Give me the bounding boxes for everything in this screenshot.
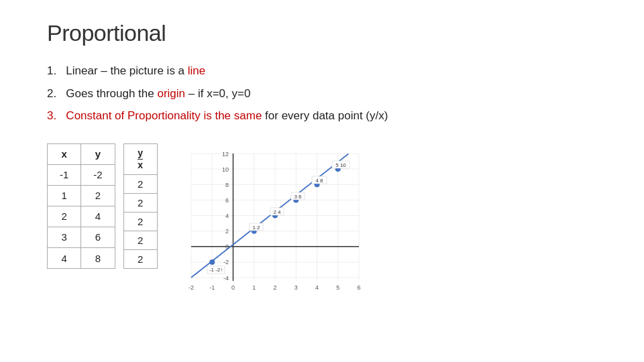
- data-label: 3 6: [294, 193, 302, 199]
- ratio-header: y x: [123, 143, 157, 175]
- table-row: -1: [48, 164, 81, 185]
- point-3-number: 3.: [47, 109, 63, 122]
- point-1-highlight: line: [188, 64, 205, 77]
- data-label: 5 10: [335, 162, 346, 168]
- point-3-highlight: same: [234, 109, 262, 122]
- chart-area: -2 -1 0 1 2 3 4 5 6 12 10 8 6 4 2 0 -2 -…: [178, 143, 610, 294]
- page-title: Proportional: [47, 20, 610, 46]
- xy-table: x y -1 -2 1 2 2 4 3 6: [47, 143, 115, 269]
- table-row: 4: [48, 247, 81, 268]
- table-row: 4: [81, 206, 115, 227]
- point-2-number: 2.: [47, 87, 63, 100]
- col-y-header: y: [81, 143, 115, 164]
- svg-text:8: 8: [225, 181, 229, 188]
- data-label: 1 2: [252, 224, 260, 230]
- col-x-header: x: [48, 143, 81, 164]
- data-label: -1 -2↑: [209, 267, 222, 273]
- table-row: -2: [81, 164, 115, 185]
- point-2-suffix: – if x=0, y=0: [185, 87, 250, 100]
- point-3-prefix: Constant of Proportionality is the: [66, 109, 233, 122]
- svg-text:-2: -2: [223, 259, 229, 265]
- point-2-prefix: Goes through the: [66, 87, 157, 100]
- table-row: 2: [123, 194, 157, 213]
- table-row: 2: [123, 250, 157, 269]
- table-row: 2: [48, 206, 81, 227]
- table-row: 2: [123, 175, 157, 194]
- data-label: 2 4: [273, 208, 281, 215]
- svg-text:0: 0: [231, 284, 235, 291]
- scatter-chart: -2 -1 0 1 2 3 4 5 6 12 10 8 6 4 2 0 -2 -…: [178, 143, 372, 291]
- points-list: 1. Linear – the picture is a line 2. Goe…: [47, 62, 610, 125]
- point-2-highlight: origin: [157, 87, 185, 100]
- svg-text:4: 4: [315, 284, 319, 291]
- table-row: 2: [81, 185, 115, 206]
- point-2: 2. Goes through the origin – if x=0, y=0: [47, 85, 610, 103]
- svg-text:-2: -2: [189, 284, 194, 291]
- svg-text:6: 6: [357, 284, 360, 291]
- fraction-denominator: x: [138, 160, 143, 171]
- table-row: 1: [48, 185, 81, 206]
- svg-text:4: 4: [225, 213, 229, 219]
- point-3-suffix: for every data point (y/x): [262, 109, 388, 122]
- svg-text:6: 6: [225, 196, 229, 203]
- bottom-section: x y -1 -2 1 2 2 4 3 6: [47, 143, 610, 294]
- table-row: 2: [123, 231, 157, 250]
- svg-text:-1: -1: [209, 284, 215, 291]
- fraction-numerator: y: [138, 147, 143, 160]
- point-1-number: 1.: [47, 64, 63, 77]
- table-row: 2: [123, 213, 157, 231]
- svg-text:3: 3: [294, 284, 297, 291]
- table-row: 6: [81, 227, 115, 247]
- svg-text:2: 2: [225, 228, 229, 235]
- table-row: 8: [81, 247, 115, 268]
- page: Proportional 1. Linear – the picture is …: [0, 0, 644, 307]
- svg-text:-4: -4: [223, 274, 229, 281]
- svg-text:2: 2: [273, 284, 276, 291]
- svg-text:5: 5: [336, 284, 339, 291]
- data-point: [209, 259, 215, 264]
- data-label: 4 8: [315, 177, 323, 183]
- table-row: 3: [48, 227, 81, 247]
- svg-text:12: 12: [222, 150, 229, 157]
- point-1-prefix: Linear – the picture is a: [66, 64, 187, 77]
- ratio-table: y x 2 2 2 2 2: [123, 143, 158, 269]
- svg-text:10: 10: [222, 166, 229, 172]
- svg-text:1: 1: [252, 284, 256, 291]
- point-1: 1. Linear – the picture is a line: [47, 62, 610, 80]
- point-3: 3. Constant of Proportionality is the sa…: [47, 107, 610, 125]
- table-section: x y -1 -2 1 2 2 4 3 6: [47, 143, 158, 269]
